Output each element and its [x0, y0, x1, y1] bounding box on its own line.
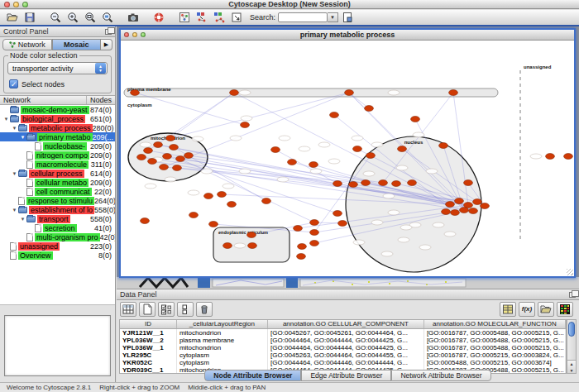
table-cell[interactable]: [GO:0005488, GO:0005215, GO:0003674]: [424, 359, 566, 366]
column-header[interactable]: annotation.GO MOLECULAR_FUNCTION: [424, 320, 566, 328]
table-cell[interactable]: [GO:0044464, GO:0044444, GO:0044425, G..…: [268, 337, 424, 344]
network-node[interactable]: [349, 182, 358, 188]
save-icon[interactable]: [22, 11, 37, 25]
network-node[interactable]: [294, 226, 303, 232]
network-node[interactable]: [262, 198, 271, 204]
network-node[interactable]: [288, 160, 297, 165]
table-row[interactable]: YKR052Ccytoplasm[GO:0044464, GO:0044446,…: [120, 359, 566, 366]
layout-apply-icon[interactable]: [194, 11, 209, 25]
import-table-icon[interactable]: [500, 302, 516, 317]
network-node[interactable]: [204, 194, 213, 199]
network-node[interactable]: [365, 106, 374, 112]
network-node[interactable]: [455, 198, 464, 204]
table-cell[interactable]: mitochondrion: [177, 329, 268, 337]
network-node[interactable]: [230, 90, 239, 96]
network-node[interactable]: [223, 243, 232, 249]
tree-row[interactable]: ▼transport558(0): [0, 214, 115, 223]
column-header[interactable]: annotation.GO CELLULAR_COMPONENT: [268, 320, 424, 328]
table-cell[interactable]: cytoplasm: [177, 351, 268, 359]
network-node[interactable]: [309, 162, 318, 168]
network-node[interactable]: [464, 180, 473, 186]
network-node[interactable]: [310, 220, 319, 226]
search-dropdown-icon[interactable]: ▼: [328, 12, 338, 22]
network-node[interactable]: [154, 142, 163, 148]
tree-row[interactable]: ▼metabolic process280(0): [0, 123, 115, 132]
network-node[interactable]: [227, 202, 237, 208]
table-cell[interactable]: YLR295C: [120, 351, 177, 359]
network-node[interactable]: [564, 154, 573, 160]
network-node[interactable]: [247, 232, 256, 238]
network-node[interactable]: [473, 199, 482, 205]
network-node[interactable]: [209, 222, 218, 227]
network-node[interactable]: [398, 146, 407, 152]
network-node[interactable]: [148, 159, 157, 165]
open-file-icon[interactable]: [4, 11, 20, 25]
network-node[interactable]: [411, 117, 420, 122]
network-node[interactable]: [338, 221, 347, 227]
search-input[interactable]: [278, 12, 328, 22]
tree-row[interactable]: multi-organism pro42(0): [0, 232, 115, 241]
network-node[interactable]: [176, 156, 185, 162]
expand-triangle-icon[interactable]: ▼: [11, 171, 18, 176]
zoom-out-icon[interactable]: [47, 11, 63, 25]
tree-row[interactable]: ▼cellular process614(0): [0, 169, 115, 178]
tree-row[interactable]: ▼biological_process651(0): [0, 114, 115, 123]
tree-row[interactable]: cellular metabo209(0): [0, 178, 115, 187]
tree-col-nodes[interactable]: Nodes: [87, 96, 115, 104]
network-node[interactable]: [310, 230, 319, 236]
network-node[interactable]: [451, 210, 460, 216]
data-panel-float-icon[interactable]: [569, 292, 576, 298]
snapshot-icon[interactable]: [125, 11, 141, 25]
network-node[interactable]: [298, 244, 307, 250]
table-cell[interactable]: [GO:0045267, GO:0045261, GO:0044464, G..…: [268, 329, 424, 337]
tree-row[interactable]: mosaic-demo-yeast874(0): [0, 105, 115, 114]
network-node[interactable]: [144, 148, 153, 154]
network-node[interactable]: [392, 181, 401, 187]
network-node[interactable]: [345, 90, 354, 96]
network-node[interactable]: [481, 203, 490, 209]
expand-triangle-icon[interactable]: ▼: [19, 217, 26, 222]
select-nodes-checkbox[interactable]: ✓: [9, 79, 18, 88]
node-color-dropdown[interactable]: transporter activity ▲▼: [7, 62, 108, 74]
network-node[interactable]: [460, 208, 469, 213]
network-node[interactable]: [333, 181, 342, 187]
network-node[interactable]: [297, 254, 306, 260]
tab-node-attribute-browser[interactable]: Node Attribute Browser: [204, 370, 301, 381]
tree-row[interactable]: response to stimulu264(0): [0, 196, 115, 205]
network-node[interactable]: [241, 122, 250, 128]
zoom-selected-icon[interactable]: [99, 11, 115, 25]
network-node[interactable]: [469, 208, 478, 214]
tab-mosaic[interactable]: Mosaic: [52, 39, 102, 50]
table-row[interactable]: YLR295Ccytoplasm[GO:0045263, GO:0044464,…: [120, 351, 566, 359]
layout-settings-icon[interactable]: [211, 11, 227, 25]
table-cell[interactable]: cytoplasm: [177, 359, 268, 366]
network-node[interactable]: [131, 90, 140, 96]
table-cell[interactable]: YKR052C: [120, 359, 177, 366]
help-icon[interactable]: [151, 11, 166, 25]
network-node[interactable]: [173, 165, 182, 171]
expand-triangle-icon[interactable]: ▼: [11, 126, 18, 131]
network-node[interactable]: [271, 147, 280, 153]
zoom-fit-icon[interactable]: [82, 11, 98, 25]
tree-row[interactable]: ▼primary metabo209(...: [0, 132, 115, 141]
tree-col-network[interactable]: Network: [0, 96, 87, 104]
table-cell[interactable]: [GO:0016787, GO:0005488, GO:0005215, G..…: [424, 344, 566, 351]
table-cell[interactable]: [GO:0016787, GO:0005488, GO:0005215, G..…: [424, 337, 566, 344]
resize-grip[interactable]: [567, 269, 573, 275]
annotation-icon[interactable]: [228, 11, 244, 25]
network-node[interactable]: [166, 136, 175, 141]
matrix-icon[interactable]: [557, 302, 573, 317]
tree-row[interactable]: unassigned223(0): [0, 241, 115, 251]
tab-edge-attribute-browser[interactable]: Edge Attribute Browser: [301, 370, 391, 381]
birdseye-view[interactable]: [4, 315, 111, 376]
tab-overflow-icon[interactable]: ▶: [101, 39, 112, 50]
network-node[interactable]: [449, 90, 458, 96]
network-node[interactable]: [141, 218, 150, 224]
table-cell[interactable]: YPL036W__2: [120, 337, 177, 344]
table-cell[interactable]: plasma membrane: [177, 337, 268, 344]
table-cell[interactable]: mitochondrion: [177, 344, 268, 351]
attr-table-icon[interactable]: [120, 302, 136, 317]
table-cell[interactable]: [GO:0016787, GO:0005215, GO:0003824, G..…: [424, 351, 566, 359]
table-cell[interactable]: YJR121W__1: [120, 329, 177, 337]
table-scrollbar[interactable]: ▲▼: [567, 319, 577, 374]
